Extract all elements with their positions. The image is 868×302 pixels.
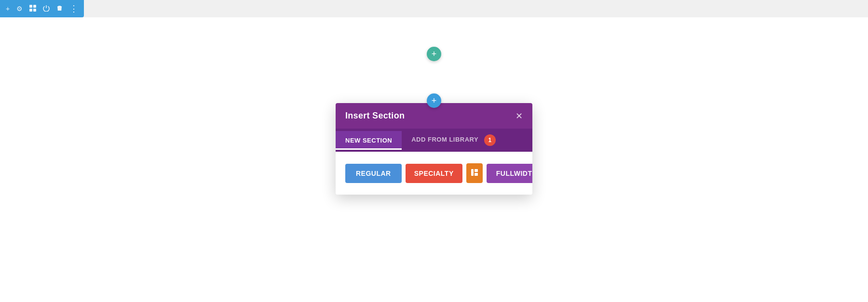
add-section-blue-button[interactable]: + bbox=[427, 93, 441, 108]
modal-body: Regular Specialty Fullwidth bbox=[336, 152, 532, 195]
settings-icon[interactable]: ⚙ bbox=[16, 5, 23, 13]
plus-icon-blue: + bbox=[432, 96, 437, 106]
specialty-icon-button[interactable] bbox=[466, 163, 483, 183]
library-badge: 1 bbox=[484, 134, 496, 146]
delete-icon[interactable] bbox=[56, 5, 63, 13]
svg-rect-4 bbox=[471, 169, 474, 176]
svg-rect-6 bbox=[475, 173, 478, 176]
tab-add-from-library[interactable]: Add From Library 1 bbox=[402, 129, 505, 152]
tab-new-section-label: New Section bbox=[345, 137, 392, 144]
plus-icon: + bbox=[432, 49, 437, 59]
tab-add-library-label: Add From Library bbox=[411, 136, 478, 143]
add-toolbar-icon[interactable]: + bbox=[6, 5, 10, 13]
regular-section-button[interactable]: Regular bbox=[345, 164, 402, 183]
svg-rect-1 bbox=[33, 5, 36, 8]
toolbar: + ⚙ ⋮ bbox=[0, 0, 84, 17]
fullwidth-section-button[interactable]: Fullwidth bbox=[487, 164, 532, 183]
modal-tabs: New Section Add From Library 1 bbox=[336, 129, 532, 152]
svg-rect-3 bbox=[33, 9, 36, 12]
modal-title: Insert Section bbox=[345, 111, 405, 121]
add-section-teal-button[interactable]: + bbox=[427, 47, 441, 61]
modal-close-button[interactable]: ✕ bbox=[515, 112, 523, 120]
svg-rect-2 bbox=[29, 9, 32, 12]
layout-icon[interactable] bbox=[29, 5, 36, 13]
specialty-section-button[interactable]: Specialty bbox=[406, 164, 462, 183]
svg-rect-0 bbox=[29, 5, 32, 8]
tab-new-section[interactable]: New Section bbox=[336, 131, 402, 150]
insert-section-modal: Insert Section ✕ New Section Add From Li… bbox=[336, 103, 532, 195]
more-options-icon[interactable]: ⋮ bbox=[69, 5, 78, 12]
canvas: + + Insert Section ✕ New Section Add Fro… bbox=[0, 17, 868, 302]
power-icon[interactable] bbox=[43, 5, 50, 13]
svg-rect-5 bbox=[475, 169, 478, 172]
